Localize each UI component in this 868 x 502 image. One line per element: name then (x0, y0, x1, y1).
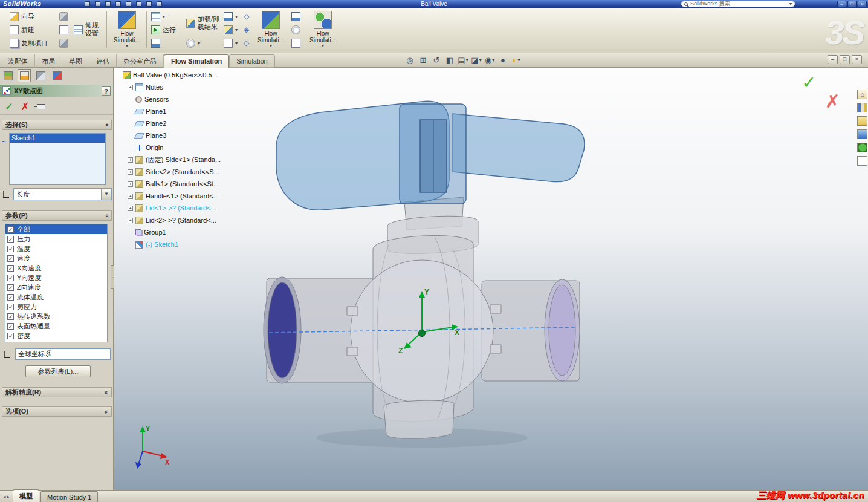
tab-simulation[interactable]: Simulation (229, 54, 274, 68)
parameters-section-header[interactable]: 参数(P) » (2, 210, 112, 221)
goals-plot-button[interactable] (290, 23, 302, 36)
options-icon[interactable] (157, 1, 162, 7)
parameter-row[interactable]: ✓全部 (5, 224, 107, 234)
view-orientation-button[interactable]: ▤▾ (457, 54, 469, 66)
parameter-row[interactable]: ✓温度 (5, 244, 107, 253)
parameter-row[interactable]: ✓X向速度 (5, 263, 107, 273)
checkbox-checked-icon[interactable]: ✓ (7, 236, 14, 243)
solver-monitor-button[interactable] (150, 36, 184, 50)
parameter-row[interactable]: ✓流体温度 (5, 292, 107, 302)
flow-trajectory-button[interactable]: ◇ (241, 10, 253, 23)
tab-sketch[interactable]: 草图 (62, 54, 89, 68)
tree-item-notes[interactable]: +Notes (123, 81, 267, 93)
file-explorer-icon[interactable] (857, 116, 867, 126)
ok-button[interactable]: ✓ (5, 100, 13, 113)
tree-item-sensors[interactable]: Sensors (123, 93, 267, 105)
tab-layout[interactable]: 布局 (35, 54, 62, 68)
abscissa-dropdown[interactable]: 长度 ▾ (13, 188, 112, 200)
project-tool-button-2[interactable] (58, 23, 70, 36)
tab-flow-simulation[interactable]: Flow Simulation (164, 54, 229, 68)
tree-item-handle1[interactable]: +Handle<1> (Standard<... (123, 190, 267, 202)
help-button[interactable]: ? (102, 86, 111, 96)
feature-manager-tab[interactable] (1, 69, 15, 82)
graphics-viewport[interactable]: Y X Z Y X Ball Valve (0.5KgSec<<0.5. (114, 68, 868, 490)
model-tab[interactable]: 模型 (13, 489, 39, 502)
mesh-settings-button[interactable]: ▾ (150, 10, 184, 23)
point-parameter-button[interactable]: ◇ (241, 36, 253, 50)
options-section-header[interactable]: 选项(O) » (2, 406, 112, 417)
save-icon[interactable] (105, 1, 111, 7)
parameter-row[interactable]: ✓剪应力 (5, 302, 107, 311)
checkbox-checked-icon[interactable]: ✓ (7, 284, 14, 291)
tree-item-side1[interactable]: +(固定) Side<1> (Standa... (123, 154, 267, 166)
confirm-cancel-button[interactable]: ✗ (825, 91, 840, 112)
wizard-button[interactable]: 向导 (8, 10, 57, 23)
tree-item-lid1[interactable]: +Lid<1>->? (Standard<... (123, 202, 267, 214)
resolution-section-header[interactable]: 解析精度(R) » (2, 387, 112, 397)
zoom-fit-button[interactable]: ◎ (404, 54, 416, 66)
checkbox-checked-icon[interactable]: ✓ (7, 304, 14, 310)
rebuild-icon[interactable] (146, 1, 152, 7)
checkbox-checked-icon[interactable]: ✓ (7, 246, 14, 252)
expand-icon[interactable]: + (128, 218, 133, 223)
selection-listbox[interactable]: Sketch1 (9, 133, 106, 185)
configuration-manager-tab[interactable] (34, 69, 47, 82)
flow-simulation-plots-button[interactable]: Flow Simulati... ▾ (254, 10, 288, 51)
display-style-button[interactable]: ◪▾ (470, 54, 482, 66)
xy-plot-button[interactable] (290, 10, 302, 23)
doc-minimize-button[interactable]: – (828, 55, 838, 64)
expand-icon[interactable]: + (128, 181, 133, 187)
confirm-ok-button[interactable]: ✓ (802, 73, 816, 93)
expand-icon[interactable]: + (128, 85, 133, 90)
parameter-row[interactable]: ✓密度 (5, 331, 107, 341)
tree-item-ball1[interactable]: +Ball<1> (Standard<<St... (123, 178, 267, 190)
appearances-icon[interactable] (857, 143, 867, 152)
tab-assembly[interactable]: 装配体 (1, 54, 35, 68)
parameter-list-button[interactable]: 参数列表(L)... (25, 365, 91, 377)
apply-scene-button[interactable]: ◐▾ (510, 54, 522, 66)
load-unload-results-button[interactable]: 加载/卸载结果 (185, 10, 221, 36)
selection-item[interactable]: Sketch1 (10, 134, 105, 143)
tree-item-origin[interactable]: Origin (123, 142, 267, 154)
copy-project-button[interactable]: 复制项目 (8, 36, 57, 50)
undo-icon[interactable] (126, 1, 131, 7)
expand-icon[interactable]: + (128, 194, 133, 199)
expand-icon[interactable]: + (128, 206, 133, 211)
flow-simulation-features-button[interactable]: Flow Simulati... ▾ (110, 10, 144, 51)
checkbox-checked-icon[interactable]: ✓ (7, 226, 14, 233)
property-manager-tab[interactable] (18, 69, 31, 82)
cancel-button[interactable]: ✗ (21, 100, 29, 113)
run-button[interactable]: ▶ 运行 (150, 23, 184, 36)
tree-item-group1[interactable]: Group1 (123, 226, 267, 238)
select-icon[interactable] (136, 1, 141, 7)
report-button[interactable] (290, 36, 302, 50)
parameter-row[interactable]: ✓压力 (5, 234, 107, 244)
project-tool-button-3[interactable] (58, 36, 70, 50)
expand-icon[interactable]: + (128, 169, 133, 175)
parameter-row[interactable]: ✓速度 (5, 253, 107, 263)
tab-office-products[interactable]: 办公室产品 (117, 54, 164, 68)
edit-appearance-button[interactable]: ● (497, 54, 509, 66)
checkbox-checked-icon[interactable]: ✓ (7, 255, 14, 262)
search-box[interactable]: SolidWorks 搜索 ▾ (681, 1, 795, 7)
parameter-row[interactable]: ✓热传递系数 (5, 311, 107, 321)
tree-item-plane2[interactable]: Plane2 (123, 117, 267, 129)
isosurface-button[interactable]: ▾ (222, 36, 238, 50)
results-extra-button[interactable]: ▾ (185, 36, 221, 50)
checkbox-checked-icon[interactable]: ✓ (7, 333, 14, 339)
cut-plot-button[interactable]: ▾ (222, 10, 238, 23)
parameter-row[interactable]: ✓表面热通量 (5, 321, 107, 331)
search-dropdown-icon[interactable]: ▾ (789, 1, 792, 7)
home-icon[interactable]: ⌂ (857, 90, 867, 99)
open-doc-icon[interactable] (95, 1, 100, 7)
hide-show-items-button[interactable]: ◉▾ (484, 54, 496, 66)
doc-close-button[interactable]: × (852, 55, 862, 64)
general-settings-button[interactable]: 常规设置 (73, 10, 104, 50)
tree-item-plane1[interactable]: Plane1 (123, 105, 267, 117)
dropdown-arrow-icon[interactable]: ▾ (101, 189, 111, 200)
tree-item-plane3[interactable]: Plane3 (123, 129, 267, 142)
project-tool-button-1[interactable] (58, 10, 70, 23)
scroll-tabs-icon[interactable]: ◂▸ (1, 494, 13, 502)
zoom-area-button[interactable]: ⊞ (417, 54, 429, 66)
motion-study-tab[interactable]: Motion Study 1 (40, 491, 98, 502)
